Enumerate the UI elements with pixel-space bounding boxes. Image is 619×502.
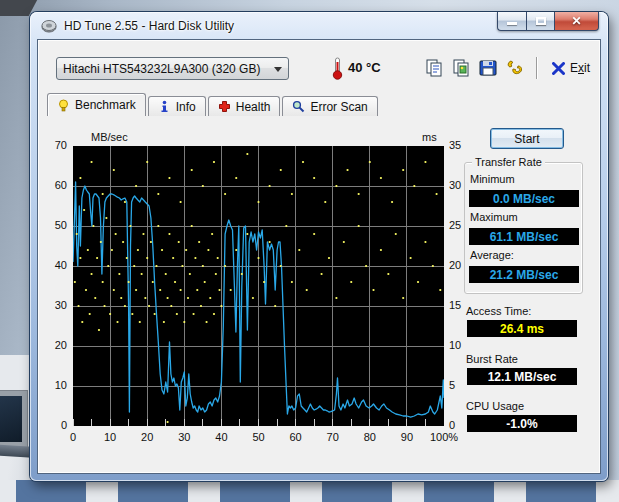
axis-tick-label: 15 bbox=[449, 299, 461, 311]
axis-tick-label: 40 bbox=[41, 259, 67, 271]
access-time-label: Access Time: bbox=[466, 305, 531, 317]
tab-health[interactable]: Health bbox=[208, 96, 281, 116]
exit-label: Exit bbox=[570, 61, 590, 75]
burst-rate-value: 12.1 MB/sec bbox=[467, 368, 577, 385]
cpu-usage-value: -1.0% bbox=[467, 415, 577, 432]
close-icon: ✕ bbox=[571, 14, 581, 28]
axis-tick-label: 60 bbox=[41, 179, 67, 191]
toolbar-separator bbox=[536, 57, 537, 79]
transfer-rate-group-label: Transfer Rate bbox=[472, 156, 545, 168]
app-icon bbox=[41, 18, 57, 34]
exit-button[interactable]: Exit bbox=[548, 59, 594, 77]
chevron-down-icon bbox=[274, 67, 282, 76]
tab-benchmark[interactable]: Benchmark bbox=[47, 93, 146, 116]
axis-tick-label: 50 bbox=[239, 431, 279, 443]
start-button[interactable]: Start bbox=[490, 128, 564, 149]
desktop-photo-shape bbox=[0, 480, 619, 502]
minimize-icon bbox=[507, 22, 517, 25]
info-icon bbox=[158, 100, 171, 113]
copy-image-icon[interactable] bbox=[451, 58, 471, 78]
toolbar: Exit bbox=[424, 57, 594, 79]
tab-error-scan[interactable]: Error Scan bbox=[282, 96, 377, 116]
client-area: Hitachi HTS543232L9A300 (320 GB) 40 °C bbox=[37, 39, 601, 474]
axis-tick-label: 35 bbox=[449, 139, 461, 151]
axis-tick-label: 20 bbox=[41, 339, 67, 351]
axis-tick-label: 80 bbox=[350, 431, 390, 443]
maximum-label: Maximum bbox=[470, 211, 518, 223]
average-value: 21.2 MB/sec bbox=[469, 266, 579, 283]
tab-label: Benchmark bbox=[75, 98, 136, 112]
app-window: HD Tune 2.55 - Hard Disk Utility ✕ Hitac… bbox=[30, 12, 608, 481]
axis-tick-label: 10 bbox=[449, 339, 461, 351]
axis-tick-label: 30 bbox=[164, 431, 204, 443]
desktop-photo-shape bbox=[0, 396, 22, 442]
error-scan-icon bbox=[292, 100, 305, 113]
tab-info[interactable]: Info bbox=[148, 96, 206, 116]
cpu-usage-label: CPU Usage bbox=[466, 400, 524, 412]
tab-label: Health bbox=[236, 100, 271, 114]
burst-rate-label: Burst Rate bbox=[466, 353, 518, 365]
window-title: HD Tune 2.55 - Hard Disk Utility bbox=[64, 19, 234, 33]
minimize-button[interactable] bbox=[497, 12, 526, 31]
tab-label: Info bbox=[176, 100, 196, 114]
drive-selector-value: Hitachi HTS543232L9A300 (320 GB) bbox=[63, 62, 260, 76]
copy-text-icon[interactable] bbox=[424, 58, 444, 78]
right-axis-title: ms bbox=[422, 131, 437, 143]
axis-tick-label: 20 bbox=[449, 259, 461, 271]
axis-tick-label: 10 bbox=[90, 431, 130, 443]
axis-tick-label: 0 bbox=[449, 419, 455, 431]
axis-tick-label: 0 bbox=[41, 419, 67, 431]
tab-label: Error Scan bbox=[310, 100, 367, 114]
axis-tick-label: 20 bbox=[127, 431, 167, 443]
axis-tick-label: 100% bbox=[424, 431, 464, 443]
health-icon bbox=[218, 100, 231, 113]
options-icon[interactable] bbox=[505, 58, 525, 78]
thermometer-icon bbox=[331, 56, 344, 80]
axis-tick-label: 50 bbox=[41, 219, 67, 231]
axis-tick-label: 40 bbox=[201, 431, 241, 443]
benchmark-icon bbox=[57, 99, 70, 112]
close-button[interactable]: ✕ bbox=[554, 12, 599, 31]
maximize-icon bbox=[536, 17, 546, 25]
minimum-label: Minimum bbox=[470, 173, 515, 185]
axis-tick-label: 70 bbox=[41, 139, 67, 151]
left-axis-title: MB/sec bbox=[91, 131, 128, 143]
benchmark-plot bbox=[73, 146, 444, 426]
axis-tick-label: 90 bbox=[387, 431, 427, 443]
drive-selector[interactable]: Hitachi HTS543232L9A300 (320 GB) bbox=[56, 57, 289, 80]
axis-tick-label: 70 bbox=[313, 431, 353, 443]
save-icon[interactable] bbox=[478, 58, 498, 78]
tab-bar: Benchmark Info Health Error Scan bbox=[47, 93, 380, 116]
axis-tick-label: 30 bbox=[41, 299, 67, 311]
maximum-value: 61.1 MB/sec bbox=[469, 228, 579, 245]
axis-tick-label: 30 bbox=[449, 179, 461, 191]
temperature-value: 40 °C bbox=[348, 60, 381, 75]
minimum-value: 0.0 MB/sec bbox=[469, 190, 579, 207]
axis-tick-label: 10 bbox=[41, 379, 67, 391]
axis-tick-label: 25 bbox=[449, 219, 461, 231]
axis-tick-label: 5 bbox=[449, 379, 455, 391]
axis-tick-label: 0 bbox=[53, 431, 93, 443]
maximize-button[interactable] bbox=[526, 12, 554, 31]
start-button-label: Start bbox=[514, 132, 539, 146]
exit-icon bbox=[552, 62, 565, 75]
average-label: Average: bbox=[470, 249, 514, 261]
access-time-value: 26.4 ms bbox=[467, 320, 577, 337]
axis-tick-label: 60 bbox=[276, 431, 316, 443]
